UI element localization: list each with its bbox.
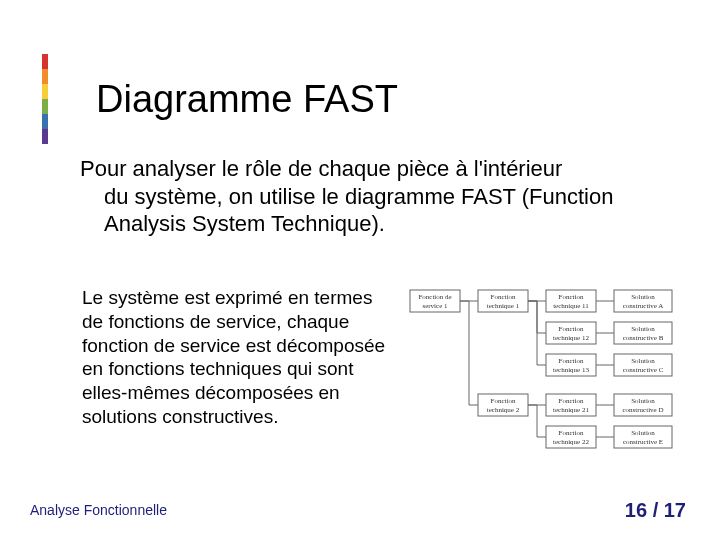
- svg-text:Fonction: Fonction: [559, 429, 584, 437]
- svg-text:constructive B: constructive B: [623, 334, 664, 342]
- svg-text:Fonction: Fonction: [559, 357, 584, 365]
- svg-text:Solution: Solution: [631, 325, 655, 333]
- intro-rest: du système, on utilise le diagramme FAST…: [104, 183, 650, 238]
- svg-text:Fonction de: Fonction de: [418, 293, 451, 301]
- svg-text:Solution: Solution: [631, 293, 655, 301]
- svg-text:constructive C: constructive C: [623, 366, 664, 374]
- svg-text:Fonction: Fonction: [559, 397, 584, 405]
- svg-text:technique 1: technique 1: [487, 302, 520, 310]
- svg-text:constructive A: constructive A: [623, 302, 664, 310]
- body-row: Le système est exprimé en termes de fonc…: [82, 286, 682, 460]
- svg-text:Fonction: Fonction: [491, 293, 516, 301]
- intro-paragraph: Pour analyser le rôle de chaque pièce à …: [80, 155, 650, 238]
- title-block: Diagramme FAST: [42, 54, 398, 144]
- accent-bar: [42, 54, 48, 144]
- fast-diagram: Fonction deservice 1Fonctiontechnique 1F…: [406, 286, 676, 460]
- svg-text:constructive E: constructive E: [623, 438, 663, 446]
- page-title: Diagramme FAST: [96, 78, 398, 121]
- svg-text:Solution: Solution: [631, 429, 655, 437]
- svg-text:technique 12: technique 12: [553, 334, 589, 342]
- svg-text:Solution: Solution: [631, 397, 655, 405]
- svg-text:technique 11: technique 11: [553, 302, 589, 310]
- footer-left: Analyse Fonctionnelle: [30, 502, 167, 518]
- svg-text:Solution: Solution: [631, 357, 655, 365]
- svg-text:technique 22: technique 22: [553, 438, 589, 446]
- svg-text:technique 13: technique 13: [553, 366, 589, 374]
- body-paragraph: Le système est exprimé en termes de fonc…: [82, 286, 394, 429]
- svg-text:Fonction: Fonction: [559, 293, 584, 301]
- svg-text:technique 2: technique 2: [487, 406, 520, 414]
- svg-text:service 1: service 1: [422, 302, 448, 310]
- svg-text:Fonction: Fonction: [559, 325, 584, 333]
- svg-text:constructive D: constructive D: [622, 406, 663, 414]
- intro-line1: Pour analyser le rôle de chaque pièce à …: [80, 156, 562, 181]
- svg-text:technique 21: technique 21: [553, 406, 589, 414]
- svg-text:Fonction: Fonction: [491, 397, 516, 405]
- footer-page-number: 16 / 17: [625, 499, 686, 522]
